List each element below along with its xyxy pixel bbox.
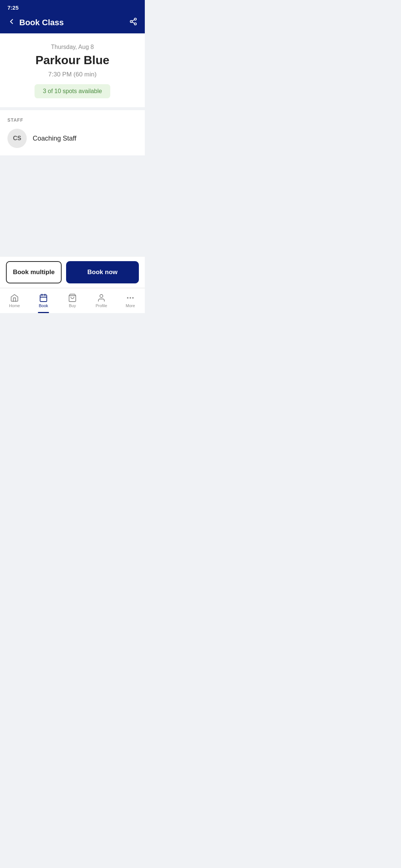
staff-name: Coaching Staff <box>33 135 76 142</box>
svg-point-13 <box>132 297 134 299</box>
nav-label-home: Home <box>9 303 20 308</box>
class-date: Thursday, Aug 8 <box>7 44 137 50</box>
staff-section: STAFF CS Coaching Staff <box>0 110 145 155</box>
book-now-button[interactable]: Book now <box>66 261 139 283</box>
nav-icon-book-wrap: Book <box>39 293 48 308</box>
more-icon <box>126 293 135 302</box>
svg-point-11 <box>127 297 128 299</box>
svg-rect-5 <box>40 295 47 302</box>
nav-label-more: More <box>125 303 135 308</box>
class-name: Parkour Blue <box>7 53 137 67</box>
back-button[interactable] <box>7 17 16 27</box>
nav-item-profile[interactable]: Profile <box>87 288 116 313</box>
share-button[interactable] <box>129 17 137 27</box>
svg-point-10 <box>100 295 103 297</box>
nav-label-book: Book <box>39 303 48 308</box>
profile-icon <box>97 293 106 302</box>
staff-avatar: CS <box>7 129 27 148</box>
class-time: 7:30 PM (60 min) <box>7 71 137 78</box>
nav-icon-more-wrap: More <box>125 293 135 308</box>
class-info-section: Thursday, Aug 8 Parkour Blue 7:30 PM (60… <box>0 33 145 110</box>
status-bar: 7:25 <box>0 0 145 14</box>
book-multiple-button[interactable]: Book multiple <box>6 261 62 283</box>
nav-item-home[interactable]: Home <box>0 288 29 313</box>
nav-label-buy: Buy <box>69 303 76 308</box>
staff-section-label: STAFF <box>7 118 137 123</box>
nav-icon-profile-wrap: Profile <box>95 293 107 308</box>
nav-item-book[interactable]: Book <box>29 288 58 313</box>
home-icon <box>10 293 19 302</box>
nav-label-profile: Profile <box>95 303 107 308</box>
staff-initials: CS <box>13 135 21 142</box>
action-buttons: Book multiple Book now <box>0 256 145 288</box>
nav-icon-buy-wrap: Buy <box>68 293 77 308</box>
status-time: 7:25 <box>7 4 19 11</box>
svg-point-12 <box>130 297 131 299</box>
header-left: Book Class <box>7 17 64 27</box>
nav-item-buy[interactable]: Buy <box>58 288 87 313</box>
nav-item-more[interactable]: More <box>116 288 145 313</box>
spots-available-badge: 3 of 10 spots available <box>35 84 110 98</box>
content-spacer <box>0 155 145 200</box>
svg-line-3 <box>132 22 134 23</box>
book-icon <box>39 293 48 302</box>
staff-item: CS Coaching Staff <box>7 129 137 148</box>
header: Book Class <box>0 14 145 33</box>
svg-line-4 <box>132 20 134 21</box>
page-title: Book Class <box>19 18 64 27</box>
buy-icon <box>68 293 77 302</box>
bottom-nav: Home Book Buy <box>0 288 145 313</box>
nav-icon-home-wrap: Home <box>9 293 20 308</box>
